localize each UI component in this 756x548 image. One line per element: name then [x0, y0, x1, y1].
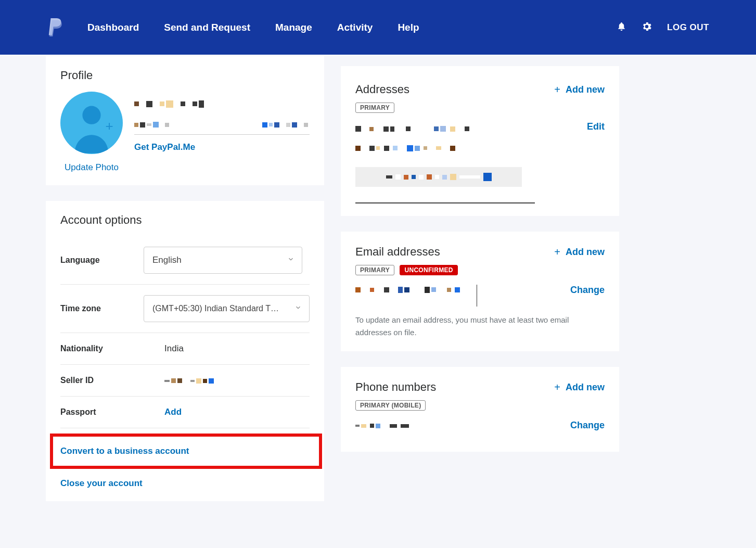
phone-number-redacted: [355, 421, 411, 430]
option-language: Language English: [60, 236, 310, 285]
address-country-redacted: [355, 167, 522, 187]
chevron-down-icon: [287, 255, 294, 265]
phones-add-label: Add new: [566, 382, 605, 393]
language-value: English: [152, 255, 182, 265]
profile-title: Profile: [60, 69, 310, 82]
chevron-down-icon: [294, 304, 302, 313]
emails-unconfirmed-badge: UNCONFIRMED: [400, 265, 457, 275]
sellerid-value-redacted: [164, 375, 215, 386]
profile-card: Profile + Update Photo: [46, 56, 324, 185]
timezone-label: Time zone: [60, 304, 144, 313]
emails-card: Email addresses + Add new PRIMARY UNCONF…: [341, 232, 619, 351]
nav-help[interactable]: Help: [398, 22, 419, 33]
timezone-value: (GMT+05:30) Indian Standard T…: [152, 304, 279, 313]
nationality-value: India: [164, 343, 184, 354]
timezone-select[interactable]: (GMT+05:30) Indian Standard T…: [144, 295, 310, 322]
nav-send-request[interactable]: Send and Request: [164, 22, 250, 33]
address-line4-redacted: [436, 143, 463, 152]
update-photo-link[interactable]: Update Photo: [65, 162, 119, 173]
address-line1-redacted: [355, 121, 471, 136]
paypal-logo-icon: [47, 18, 62, 37]
emails-add-label: Add new: [566, 247, 605, 258]
emails-note: To update an email address, you must hav…: [355, 314, 605, 339]
close-row: Close your account: [60, 469, 310, 489]
sellerid-label: Seller ID: [60, 376, 144, 385]
phones-change-link[interactable]: Change: [570, 420, 605, 431]
emails-title: Email addresses: [355, 245, 440, 259]
email-domain-redacted: [425, 285, 467, 294]
account-options-card: Account options Language English Time zo…: [46, 201, 324, 501]
option-passport: Passport Add: [60, 397, 310, 428]
phones-primary-badge: PRIMARY (MOBILE): [355, 400, 426, 411]
email-divider: [477, 285, 477, 307]
phones-add-button[interactable]: + Add new: [554, 381, 605, 393]
option-sellerid: Seller ID: [60, 365, 310, 397]
language-label: Language: [60, 256, 144, 265]
emails-change-link[interactable]: Change: [570, 285, 605, 296]
addresses-divider: [355, 202, 535, 203]
addresses-card: Addresses + Add new PRIMARY: [341, 66, 619, 216]
passport-add-link[interactable]: Add: [164, 407, 182, 417]
address-line2-redacted: [355, 143, 391, 152]
avatar[interactable]: +: [60, 92, 123, 154]
account-options-title: Account options: [60, 213, 310, 227]
phones-title: Phone numbers: [355, 380, 436, 394]
get-paypalme-link[interactable]: Get PayPal.Me: [134, 142, 310, 152]
language-select[interactable]: English: [144, 247, 302, 274]
profile-email-redacted: [134, 120, 171, 129]
plus-icon: +: [554, 84, 560, 96]
nav-dashboard[interactable]: Dashboard: [87, 22, 139, 33]
plus-icon: +: [554, 246, 560, 258]
main-nav: Dashboard Send and Request Manage Activi…: [87, 22, 419, 33]
address-line3-redacted: [393, 143, 433, 152]
addresses-add-button[interactable]: + Add new: [554, 84, 605, 96]
nav-manage[interactable]: Manage: [275, 22, 312, 33]
nationality-label: Nationality: [60, 344, 144, 353]
plus-icon: +: [554, 381, 560, 393]
emails-add-button[interactable]: + Add new: [554, 246, 605, 258]
emails-primary-badge: PRIMARY: [355, 265, 394, 275]
header: Dashboard Send and Request Manage Activi…: [0, 0, 756, 55]
option-timezone: Time zone (GMT+05:30) Indian Standard T…: [60, 285, 310, 333]
addresses-title: Addresses: [355, 83, 409, 96]
addresses-add-label: Add new: [566, 84, 605, 95]
addresses-edit-link[interactable]: Edit: [587, 121, 605, 136]
profile-status-redacted: [262, 120, 310, 129]
phones-card: Phone numbers + Add new PRIMARY (MOBILE)…: [341, 367, 619, 452]
convert-row-highlight: Convert to a business account: [50, 434, 322, 469]
option-nationality: Nationality India: [60, 333, 310, 365]
profile-name-redacted: [134, 99, 206, 108]
close-account-link[interactable]: Close your account: [60, 478, 143, 488]
nav-activity[interactable]: Activity: [337, 22, 373, 33]
logout-button[interactable]: LOG OUT: [667, 22, 709, 33]
email-user-redacted: [355, 285, 411, 294]
gear-icon[interactable]: [641, 21, 652, 34]
addresses-primary-badge: PRIMARY: [355, 103, 394, 113]
add-photo-icon: +: [103, 121, 116, 133]
header-right: LOG OUT: [617, 21, 709, 34]
bell-icon[interactable]: [617, 21, 626, 34]
convert-business-link[interactable]: Convert to a business account: [60, 446, 189, 456]
passport-label: Passport: [60, 407, 144, 417]
